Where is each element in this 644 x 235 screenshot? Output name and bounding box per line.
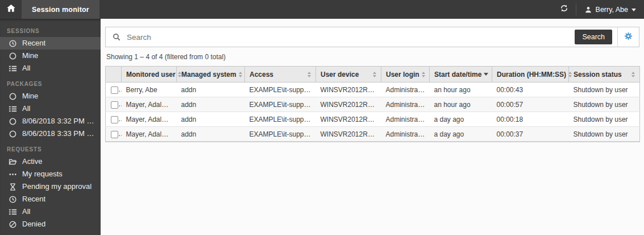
sidebar-item-packages-mine[interactable]: Mine xyxy=(0,90,101,102)
column-header-user-device[interactable]: User device xyxy=(316,67,381,83)
column-header-user-login[interactable]: User login xyxy=(381,67,430,83)
sidebar-item-label: Mine xyxy=(22,51,38,60)
search-icon xyxy=(113,33,121,41)
person-icon xyxy=(584,6,592,14)
sort-indicator-icon xyxy=(308,72,311,77)
cell-start-date-time: a day ago xyxy=(430,112,492,127)
sidebar-item-packages-8-06-2018-3-33-pm-d[interactable]: 8/06/2018 3:33 PM D... xyxy=(0,127,101,140)
cell-user-device: WINSVR2012R2DC xyxy=(316,112,381,127)
sidebar-item-requests-my-requests[interactable]: My requests xyxy=(0,168,101,180)
cell-managed-system: addn xyxy=(177,112,245,127)
tab-label: Session monitor xyxy=(32,6,89,14)
sidebar-section-title-sessions: SESSIONS xyxy=(0,22,101,37)
column-header-start-date-time[interactable]: Start date/time xyxy=(430,67,492,83)
user-name: Berry, Abe xyxy=(596,6,628,14)
denied-icon xyxy=(9,220,17,229)
search-input[interactable] xyxy=(126,32,575,42)
cell-user-device: WINSVR2012R2DC xyxy=(316,83,381,97)
sort-indicator-icon xyxy=(239,72,242,77)
cell-duration-hh-mm-ss: 00:00:43 xyxy=(492,83,569,97)
caret-down-icon xyxy=(631,8,636,11)
table-row[interactable]: Mayer, AdalbertoaddnEXAMPLE\it-supportWI… xyxy=(106,127,640,142)
cell-access: EXAMPLE\it-support xyxy=(245,83,316,97)
sort-indicator-icon xyxy=(631,72,635,77)
sort-indicator-icon xyxy=(568,72,572,77)
sidebar-item-label: Denied xyxy=(22,220,45,229)
cell-access: EXAMPLE\it-support xyxy=(245,127,316,142)
table-row[interactable]: Mayer, AdalbertoaddnEXAMPLE\it-supportWI… xyxy=(106,112,640,127)
table-row[interactable]: Berry, AbeaddnEXAMPLE\it-supportWINSVR20… xyxy=(106,83,640,97)
row-checkbox-cell xyxy=(106,127,122,142)
sidebar-item-label: My requests xyxy=(22,170,63,179)
sidebar-item-sessions-mine[interactable]: Mine xyxy=(0,50,101,62)
cell-managed-system: addn xyxy=(177,127,245,142)
column-header-access[interactable]: Access xyxy=(245,67,316,83)
sidebar-item-sessions-all[interactable]: All xyxy=(0,62,101,75)
table-row[interactable]: Mayer, AdalbertoaddnEXAMPLE\it-supportWI… xyxy=(106,97,640,112)
sidebar-item-label: All xyxy=(22,207,30,216)
cell-start-date-time: an hour ago xyxy=(430,97,492,112)
cell-monitored-user: Mayer, Adalberto xyxy=(122,127,177,142)
row-checkbox-cell xyxy=(106,112,122,127)
sidebar-item-packages-all[interactable]: All xyxy=(0,102,101,115)
tab-session-monitor[interactable]: Session monitor xyxy=(22,0,99,19)
sidebar-item-label: 8/06/2018 3:33 PM D... xyxy=(22,129,95,138)
circle-icon xyxy=(9,92,17,101)
cell-duration-hh-mm-ss: 00:00:37 xyxy=(492,127,569,142)
sort-indicator-icon xyxy=(373,72,376,77)
main-content: Search Showing 1 – 4 of 4 (filtered from… xyxy=(101,19,644,235)
row-checkbox[interactable] xyxy=(111,86,118,94)
table-head: Monitored userManaged systemAccessUser d… xyxy=(106,67,640,83)
home-button[interactable] xyxy=(0,0,22,19)
cell-user-device: WINSVR2012R2DC xyxy=(316,97,381,112)
row-checkbox[interactable] xyxy=(111,116,118,123)
layout: SESSIONSRecentMineAllPACKAGESMineAll8/06… xyxy=(0,19,644,235)
cell-start-date-time: a day ago xyxy=(430,127,492,142)
sort-indicator-icon xyxy=(178,72,181,77)
column-label: Session status xyxy=(574,71,622,79)
sidebar-item-requests-pending-my-approval[interactable]: Pending my approval xyxy=(0,180,101,193)
cell-monitored-user: Berry, Abe xyxy=(122,83,177,97)
refresh-button[interactable] xyxy=(552,0,576,19)
cell-access: EXAMPLE\it-support xyxy=(245,112,316,127)
list-icon xyxy=(9,105,17,113)
sort-indicator-icon xyxy=(422,72,425,77)
hourglass-icon xyxy=(9,183,17,191)
cell-user-login: Administrator xyxy=(381,97,430,112)
column-header-checkbox xyxy=(106,67,122,83)
user-menu[interactable]: Berry, Abe xyxy=(576,0,644,19)
column-label: User login xyxy=(386,71,419,79)
cell-user-device: WINSVR2012R2DC xyxy=(316,127,381,142)
row-checkbox-cell xyxy=(106,83,122,97)
circle-icon xyxy=(9,130,17,138)
sidebar-item-label: Recent xyxy=(22,39,45,48)
search-button[interactable]: Search xyxy=(575,30,612,44)
cell-monitored-user: Mayer, Adalberto xyxy=(122,112,177,127)
sidebar-section-title-requests: REQUESTS xyxy=(0,140,101,155)
column-label: User device xyxy=(321,71,359,79)
sidebar-item-requests-denied[interactable]: Denied xyxy=(0,218,101,230)
results-summary: Showing 1 – 4 of 4 (filtered from 0 tota… xyxy=(105,47,639,66)
sidebar-item-sessions-recent[interactable]: Recent xyxy=(0,37,101,50)
column-header-monitored-user[interactable]: Monitored user xyxy=(122,67,177,83)
cell-managed-system: addn xyxy=(177,97,245,112)
column-header-managed-system[interactable]: Managed system xyxy=(177,67,245,83)
sidebar-item-packages-8-06-2018-3-32-pm-d[interactable]: 8/06/2018 3:32 PM D... xyxy=(0,115,101,127)
sidebar-item-label: Mine xyxy=(22,92,38,101)
column-label: Access xyxy=(250,71,273,79)
topbar: Session monitor Berry, Abe xyxy=(0,0,644,19)
sidebar-item-requests-active[interactable]: Active xyxy=(0,155,101,168)
sidebar-item-label: 8/06/2018 3:32 PM D... xyxy=(22,117,95,126)
sidebar-item-requests-recent[interactable]: Recent xyxy=(0,193,101,205)
cell-start-date-time: an hour ago xyxy=(430,83,492,97)
folder-open-icon xyxy=(9,158,17,166)
column-header-session-status[interactable]: Session status xyxy=(569,67,640,83)
cell-monitored-user: Mayer, Adalberto xyxy=(122,97,177,112)
sidebar-item-requests-all[interactable]: All xyxy=(0,205,101,218)
cell-session-status: Shutdown by user xyxy=(569,127,640,142)
settings-button[interactable] xyxy=(617,27,639,47)
row-checkbox[interactable] xyxy=(111,101,118,109)
column-header-duration-hh-mm-ss[interactable]: Duration (HH:MM:SS) xyxy=(492,67,569,83)
column-label: Managed system xyxy=(181,71,236,79)
row-checkbox[interactable] xyxy=(111,131,118,138)
